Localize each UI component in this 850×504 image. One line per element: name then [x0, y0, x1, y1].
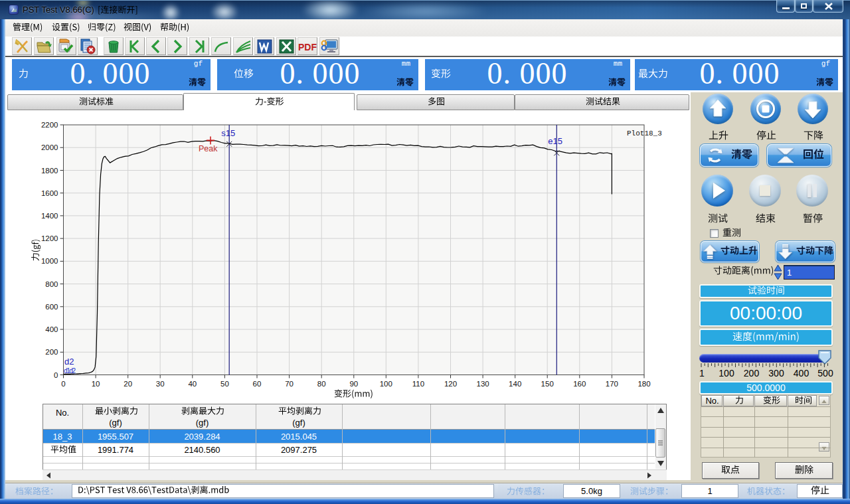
svg-text:60: 60	[253, 380, 262, 388]
svg-text:70: 70	[285, 380, 294, 388]
svg-text:130: 130	[477, 380, 489, 388]
svg-text:1600: 1600	[41, 189, 58, 197]
svg-text:e15: e15	[548, 136, 562, 146]
svg-text:140: 140	[509, 380, 521, 388]
svg-text:400: 400	[45, 325, 58, 333]
svg-text:Peak: Peak	[199, 144, 218, 153]
svg-text:10: 10	[92, 380, 100, 388]
svg-text:180: 180	[638, 380, 650, 388]
svg-text:20: 20	[124, 380, 132, 388]
svg-text:2200: 2200	[41, 121, 58, 129]
svg-text:0: 0	[61, 380, 65, 388]
svg-text:600: 600	[45, 303, 58, 311]
svg-text:160: 160	[573, 380, 586, 388]
svg-text:PDF: PDF	[298, 41, 317, 52]
svg-text:90: 90	[349, 380, 358, 388]
svg-text:80: 80	[317, 380, 326, 388]
svg-text:1400: 1400	[41, 212, 58, 220]
svg-text:40: 40	[188, 380, 197, 388]
svg-text:110: 110	[412, 380, 424, 388]
svg-text:170: 170	[606, 380, 618, 388]
svg-text:1200: 1200	[41, 234, 58, 242]
svg-text:1000: 1000	[41, 257, 58, 265]
svg-text:200: 200	[45, 348, 58, 356]
svg-text:2000: 2000	[41, 143, 58, 151]
svg-text:120: 120	[444, 380, 457, 388]
svg-text:1800: 1800	[41, 167, 58, 175]
svg-text:s15: s15	[221, 128, 235, 138]
svg-text:0: 0	[54, 371, 58, 379]
svg-text:30: 30	[156, 380, 165, 388]
svg-text:150: 150	[541, 380, 554, 388]
svg-text:50: 50	[220, 380, 229, 388]
svg-text:Plot18_3: Plot18_3	[627, 129, 662, 137]
svg-text:800: 800	[45, 280, 58, 288]
svg-text:100: 100	[380, 380, 392, 388]
